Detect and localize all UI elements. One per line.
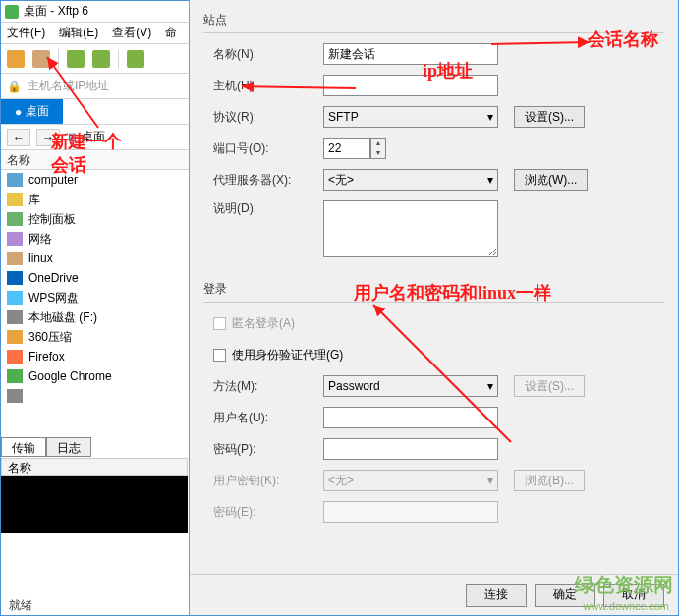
menu-more[interactable]: 命 <box>165 25 177 41</box>
label-password: 密码(P): <box>213 441 323 458</box>
new-session-icon[interactable] <box>7 50 25 68</box>
host-field[interactable] <box>323 75 498 96</box>
password2-field <box>323 501 498 523</box>
file-icon <box>7 389 23 403</box>
connect-icon[interactable] <box>67 50 85 68</box>
label-method: 方法(M): <box>213 378 323 395</box>
bottom-tabs: 传输 日志 <box>1 437 91 457</box>
file-icon <box>7 350 23 364</box>
transfer-icon[interactable] <box>92 50 110 68</box>
file-icon <box>7 271 23 285</box>
name-field[interactable] <box>323 43 498 65</box>
address-input[interactable]: 主机名或IP地址 <box>28 78 109 94</box>
menu-file[interactable]: 文件(F) <box>7 25 45 41</box>
separator <box>118 49 119 69</box>
watermark-title: 绿色资源网 <box>575 572 673 598</box>
connect-button[interactable]: 连接 <box>466 584 527 607</box>
label-userkey: 用户密钥(K): <box>213 473 323 489</box>
forward-button[interactable]: → <box>36 129 60 146</box>
protocol-settings-button[interactable]: 设置(S)... <box>514 106 585 128</box>
sync-icon[interactable] <box>127 50 144 68</box>
label-agent: 使用身份验证代理(G) <box>232 347 343 364</box>
anonymous-checkbox[interactable] <box>213 317 226 330</box>
group-login: 登录 <box>203 277 664 302</box>
userkey-select: <无>▾ <box>323 470 498 491</box>
label-protocol: 协议(R): <box>213 109 323 126</box>
label-username: 用户名(U): <box>213 410 323 426</box>
password-field[interactable] <box>323 438 498 460</box>
userkey-browse-button: 浏览(B)... <box>514 470 585 491</box>
label-host: 主机(H): <box>213 78 323 94</box>
status-bar: 就绪 <box>1 595 40 615</box>
protocol-select[interactable]: SFTP▾ <box>323 106 498 128</box>
label-password2: 密码(E): <box>213 504 323 521</box>
method-select[interactable]: Password▾ <box>323 375 498 397</box>
label-proxy: 代理服务器(X): <box>213 172 323 189</box>
chevron-down-icon: ▾ <box>487 474 493 487</box>
file-icon <box>7 173 23 187</box>
method-settings-button: 设置(S)... <box>514 375 585 397</box>
file-icon <box>7 310 23 324</box>
group-site: 站点 <box>203 8 664 32</box>
transfer-header-name[interactable]: 名称 <box>1 458 188 476</box>
chevron-down-icon: ▾ <box>487 379 493 393</box>
back-button[interactable]: ← <box>7 129 30 146</box>
file-icon <box>7 252 23 265</box>
chevron-down-icon: ▾ <box>487 110 493 124</box>
label-name: 名称(N): <box>213 46 323 63</box>
tab-log[interactable]: 日志 <box>46 437 91 457</box>
proxy-select[interactable]: <无>▾ <box>323 169 498 191</box>
file-icon <box>7 369 23 383</box>
file-icon <box>7 212 23 226</box>
description-field[interactable] <box>323 200 498 257</box>
tab-transfer[interactable]: 传输 <box>1 437 46 457</box>
breadcrumb[interactable]: 🖥 桌面 <box>66 129 105 145</box>
transfer-panel <box>1 476 188 533</box>
session-dialog: 站点 名称(N): 主机(H): 协议(R): SFTP▾ 设置(S)... 端… <box>189 0 678 615</box>
file-icon <box>7 193 23 206</box>
separator <box>58 49 59 69</box>
app-icon <box>5 5 19 19</box>
desktop-icon: 🖥 <box>66 131 78 144</box>
label-description: 说明(D): <box>213 200 323 217</box>
port-field[interactable] <box>323 138 370 159</box>
chevron-down-icon: ▾ <box>487 173 493 187</box>
tab-desktop[interactable]: ● 桌面 <box>1 99 63 124</box>
username-field[interactable] <box>323 407 498 428</box>
lock-icon: 🔒 <box>7 80 22 93</box>
file-icon <box>7 291 23 305</box>
open-icon[interactable] <box>32 50 50 68</box>
port-stepper[interactable]: ▲▼ <box>370 138 386 159</box>
menu-view[interactable]: 查看(V) <box>112 25 151 41</box>
file-icon <box>7 232 23 246</box>
proxy-browse-button[interactable]: 浏览(W)... <box>514 169 588 191</box>
file-icon <box>7 330 23 344</box>
menu-edit[interactable]: 编辑(E) <box>59 25 98 41</box>
window-title: 桌面 - Xftp 6 <box>24 3 88 20</box>
label-port: 端口号(O): <box>213 140 323 157</box>
watermark-url: www.downcc.com <box>584 600 669 612</box>
label-anonymous: 匿名登录(A) <box>232 315 295 332</box>
agent-checkbox[interactable] <box>213 349 226 362</box>
